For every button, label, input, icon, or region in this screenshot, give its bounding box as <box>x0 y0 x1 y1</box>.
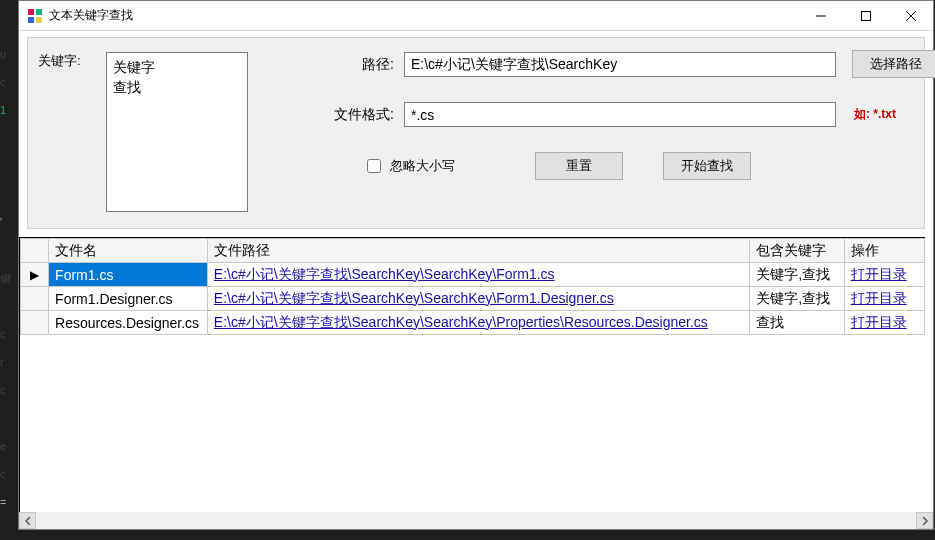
file-ext-label: 文件格式: <box>294 106 394 124</box>
cell-filepath[interactable]: E:\c#小记\关键字查找\SearchKey\SearchKey\Proper… <box>207 311 749 335</box>
open-folder-link[interactable]: 打开目录 <box>851 290 907 306</box>
ignore-case-checkbox-wrap[interactable]: 忽略大小写 <box>363 156 455 176</box>
svg-rect-0 <box>28 9 34 15</box>
filepath-link[interactable]: E:\c#小记\关键字查找\SearchKey\SearchKey\Form1.… <box>214 290 614 306</box>
cell-action[interactable]: 打开目录 <box>844 311 924 335</box>
col-header-action[interactable]: 操作 <box>844 239 924 263</box>
editor-gutter: uc1 ' 侧 crc ec= <box>0 0 18 540</box>
cell-keywords[interactable]: 关键字,查找 <box>750 263 844 287</box>
reset-button[interactable]: 重置 <box>535 152 623 180</box>
filepath-link[interactable]: E:\c#小记\关键字查找\SearchKey\SearchKey\Form1.… <box>214 266 555 282</box>
table-row[interactable]: ▶Form1.csE:\c#小记\关键字查找\SearchKey\SearchK… <box>21 263 925 287</box>
scroll-right-button[interactable] <box>916 512 933 529</box>
col-header-keywords[interactable]: 包含关键字 <box>750 239 844 263</box>
app-window: 文本关键字查找 关键字: 路径: 选择路径 文件格式: 如: *.txt <box>18 0 934 530</box>
open-folder-link[interactable]: 打开目录 <box>851 314 907 330</box>
svg-rect-5 <box>861 11 870 20</box>
cell-keywords[interactable]: 关键字,查找 <box>750 287 844 311</box>
search-button[interactable]: 开始查找 <box>663 152 751 180</box>
app-icon <box>27 8 43 24</box>
maximize-button[interactable] <box>843 1 888 31</box>
file-ext-hint: 如: *.txt <box>854 106 896 123</box>
cell-filename[interactable]: Resources.Designer.cs <box>49 311 208 335</box>
search-form: 关键字: 路径: 选择路径 文件格式: 如: *.txt 忽略大小写 重置 开始… <box>27 37 925 229</box>
minimize-button[interactable] <box>798 1 843 31</box>
cell-action[interactable]: 打开目录 <box>844 287 924 311</box>
grid-header-row: 文件名 文件路径 包含关键字 操作 <box>21 239 925 263</box>
select-path-button[interactable]: 选择路径 <box>852 50 935 78</box>
svg-rect-2 <box>28 17 34 23</box>
scroll-left-button[interactable] <box>19 512 36 529</box>
ignore-case-label: 忽略大小写 <box>390 157 455 175</box>
close-button[interactable] <box>888 1 933 31</box>
keywords-label: 关键字: <box>38 52 81 70</box>
table-row[interactable]: Resources.Designer.csE:\c#小记\关键字查找\Searc… <box>21 311 925 335</box>
svg-rect-3 <box>36 17 42 23</box>
current-row-indicator-icon: ▶ <box>30 268 39 282</box>
titlebar: 文本关键字查找 <box>19 1 933 31</box>
path-input[interactable] <box>404 52 836 77</box>
cell-keywords[interactable]: 查找 <box>750 311 844 335</box>
cell-filename[interactable]: Form1.Designer.cs <box>49 287 208 311</box>
horizontal-scrollbar[interactable] <box>19 512 933 529</box>
file-ext-input[interactable] <box>404 102 836 127</box>
results-grid: 文件名 文件路径 包含关键字 操作 ▶Form1.csE:\c#小记\关键字查找… <box>19 237 925 529</box>
col-header-filename[interactable]: 文件名 <box>49 239 208 263</box>
keywords-input[interactable] <box>106 52 248 212</box>
cell-filename[interactable]: Form1.cs <box>49 263 208 287</box>
table-row[interactable]: Form1.Designer.csE:\c#小记\关键字查找\SearchKey… <box>21 287 925 311</box>
filepath-link[interactable]: E:\c#小记\关键字查找\SearchKey\SearchKey\Proper… <box>214 314 708 330</box>
window-title: 文本关键字查找 <box>49 7 798 24</box>
row-header[interactable] <box>21 287 49 311</box>
open-folder-link[interactable]: 打开目录 <box>851 266 907 282</box>
scroll-track[interactable] <box>36 512 916 529</box>
ignore-case-checkbox[interactable] <box>367 159 381 173</box>
cell-filepath[interactable]: E:\c#小记\关键字查找\SearchKey\SearchKey\Form1.… <box>207 287 749 311</box>
svg-rect-1 <box>36 9 42 15</box>
row-header-corner <box>21 239 49 263</box>
col-header-filepath[interactable]: 文件路径 <box>207 239 749 263</box>
row-header[interactable] <box>21 311 49 335</box>
cell-action[interactable]: 打开目录 <box>844 263 924 287</box>
cell-filepath[interactable]: E:\c#小记\关键字查找\SearchKey\SearchKey\Form1.… <box>207 263 749 287</box>
path-label: 路径: <box>322 56 394 74</box>
row-header[interactable]: ▶ <box>21 263 49 287</box>
